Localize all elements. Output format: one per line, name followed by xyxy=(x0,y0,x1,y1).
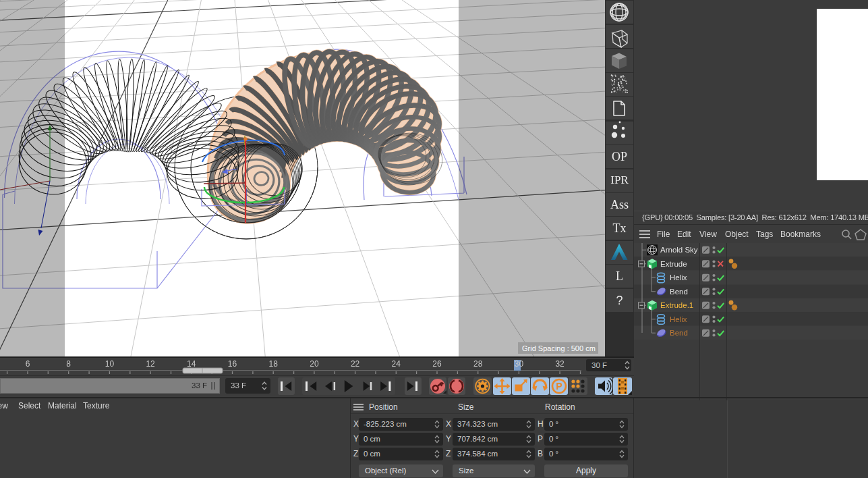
svg-text:12: 12 xyxy=(146,359,155,369)
svg-text:20: 20 xyxy=(310,359,319,369)
svg-text:32: 32 xyxy=(555,359,565,369)
svg-text:Grid Spacing : 500 cm: Grid Spacing : 500 cm xyxy=(522,344,596,352)
svg-text:Bend: Bend xyxy=(670,329,688,337)
svg-text:Extrude.1: Extrude.1 xyxy=(660,301,693,309)
svg-text:Helix: Helix xyxy=(670,273,687,282)
svg-text:14: 14 xyxy=(187,359,196,369)
svg-text:22: 22 xyxy=(351,359,360,369)
svg-text:26: 26 xyxy=(432,359,442,369)
svg-text:28: 28 xyxy=(473,359,483,369)
svg-text:10: 10 xyxy=(105,359,115,369)
svg-text:Extrude: Extrude xyxy=(660,260,687,268)
svg-text:18: 18 xyxy=(269,359,279,369)
svg-text:8: 8 xyxy=(66,359,71,369)
svg-text:P: P xyxy=(556,381,562,392)
svg-text:30: 30 xyxy=(515,359,524,369)
svg-text:Helix: Helix xyxy=(670,315,687,323)
svg-text:Arnold Sky: Arnold Sky xyxy=(660,246,698,254)
svg-text:Bend: Bend xyxy=(670,288,688,296)
svg-text:16: 16 xyxy=(228,359,237,369)
svg-text:24: 24 xyxy=(392,359,401,369)
svg-text:6: 6 xyxy=(26,359,30,369)
